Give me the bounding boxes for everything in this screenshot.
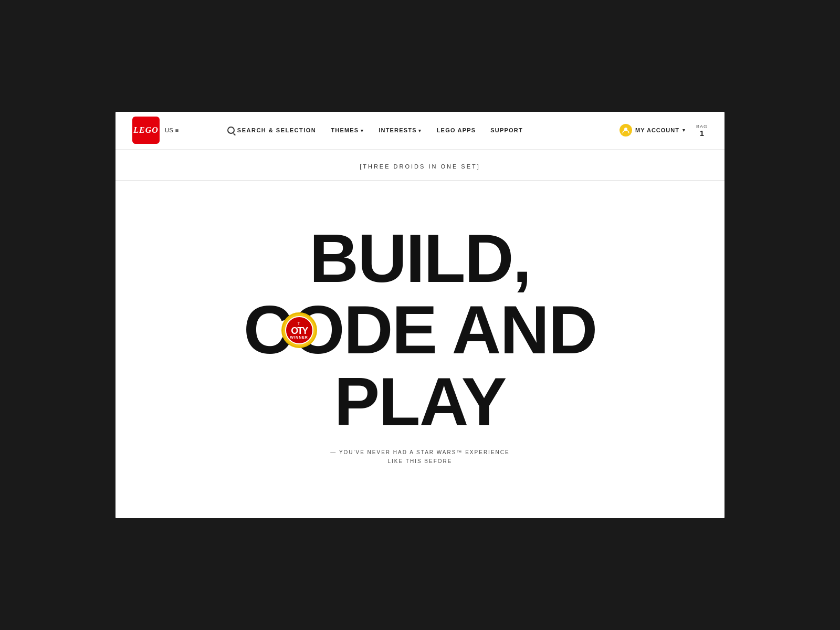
- lego-apps-nav-item[interactable]: LEGO APPS: [437, 127, 476, 133]
- themes-nav-item[interactable]: THEMES: [331, 127, 364, 133]
- subtitle-bar: [THREE DROIDS IN ONE SET]: [116, 150, 724, 181]
- browser-window: LEGO US ≡ SEARCH & SELECTION THEMES INTE…: [116, 112, 724, 519]
- bag-count: 1: [700, 129, 704, 137]
- account-icon: [620, 124, 632, 136]
- search-label: SEARCH & SELECTION: [237, 127, 316, 133]
- navigation-bar: LEGO US ≡ SEARCH & SELECTION THEMES INTE…: [116, 112, 724, 150]
- interests-nav-item[interactable]: INTERESTS: [379, 127, 422, 133]
- my-account-button[interactable]: MY ACCOUNT ▾: [620, 124, 686, 136]
- hero-section: BUILD, T OTY WINNER CODE AND PLAY — YO: [116, 181, 724, 519]
- hero-subtitle-line1: — YOU'VE NEVER HAD A STAR WARS™ EXPERIEN…: [330, 448, 509, 457]
- hero-subtitle-line2: LIKE THIS BEFORE: [330, 457, 509, 466]
- toty-badge: T OTY WINNER: [281, 312, 317, 348]
- subtitle-text: [THREE DROIDS IN ONE SET]: [360, 163, 480, 170]
- nav-right: MY ACCOUNT ▾ BAG 1: [620, 124, 708, 137]
- nav-links: SEARCH & SELECTION THEMES INTERESTS LEGO…: [227, 127, 523, 134]
- account-arrow: ▾: [682, 128, 686, 133]
- toty-badge-circle: T OTY WINNER: [281, 312, 317, 348]
- bag-button[interactable]: BAG 1: [696, 124, 708, 137]
- lego-logo-text: LEGO: [133, 125, 159, 135]
- my-account-label: MY ACCOUNT: [635, 127, 679, 133]
- country-selector[interactable]: US ≡: [165, 127, 179, 133]
- hero-line-2: T OTY WINNER CODE AND: [244, 294, 597, 366]
- hero-line-1: BUILD,: [244, 223, 597, 295]
- toty-inner: T OTY WINNER: [285, 316, 313, 344]
- toty-winner-text: WINNER: [290, 335, 308, 339]
- hero-line-3: PLAY: [244, 366, 597, 438]
- support-nav-item[interactable]: SUPPORT: [490, 127, 523, 133]
- search-selection-nav[interactable]: SEARCH & SELECTION: [227, 127, 316, 134]
- hero-subtitle: — YOU'VE NEVER HAD A STAR WARS™ EXPERIEN…: [330, 448, 509, 466]
- hero-headline: BUILD, T OTY WINNER CODE AND PLAY: [244, 223, 597, 438]
- toty-ty-text: OTY: [291, 326, 307, 335]
- lego-logo[interactable]: LEGO: [132, 117, 160, 144]
- search-icon: [227, 127, 235, 134]
